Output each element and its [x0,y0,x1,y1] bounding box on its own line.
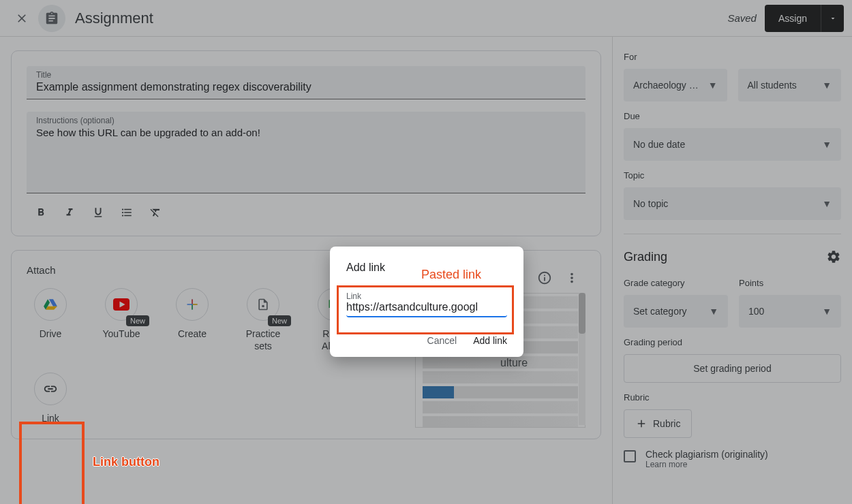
dialog-title: Add link [346,262,507,274]
cancel-button[interactable]: Cancel [427,335,457,346]
link-input[interactable]: Link https://artsandculture.googl [346,292,507,317]
add-link-button[interactable]: Add link [473,335,507,346]
preview-title-fragment: ulture [500,357,528,369]
add-link-dialog: Add link Link https://artsandculture.goo… [330,247,523,357]
